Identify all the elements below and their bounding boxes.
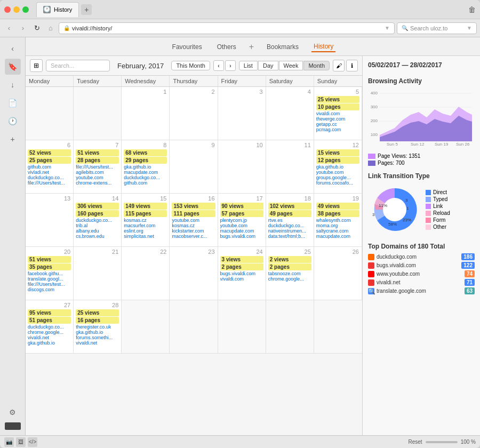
domain-row-duckduckgo[interactable]: duckduckgo.com 186: [368, 253, 475, 260]
tab-navigation: Favourites Others + Bookmarks History: [26, 37, 480, 56]
cal-day-26[interactable]: 26: [314, 247, 362, 300]
cal-day-8[interactable]: 8 68 views 29 pages gka.github.io macupd…: [122, 140, 170, 194]
domain-count-translate: 63: [465, 287, 475, 294]
view-week-button[interactable]: Week: [279, 61, 303, 70]
cal-day-16[interactable]: 16 153 views 111 pages youtube.com kosma…: [170, 194, 218, 247]
legend-direct: Direct: [426, 189, 450, 195]
cal-day-2[interactable]: 2: [170, 87, 218, 140]
legend-other: Other: [426, 224, 450, 230]
cal-day-20[interactable]: 20 51 views 35 pages facebook.githu... t…: [26, 247, 74, 300]
sidebar-icon-add[interactable]: +: [5, 131, 21, 147]
cal-day-27[interactable]: 27 95 views 51 pages duckduckgo.co... ch…: [26, 300, 74, 354]
cal-day-18[interactable]: 18 102 views 49 pages rtve.es duckduckgo…: [266, 194, 314, 247]
sidebar-icon-back[interactable]: ‹: [5, 41, 21, 57]
sidebar-icon-notes[interactable]: 📄: [5, 95, 21, 111]
tab-nav-bookmarks[interactable]: Bookmarks: [265, 42, 301, 52]
view-month-button[interactable]: Month: [303, 61, 330, 70]
cal-day-empty: [266, 300, 314, 354]
domain-icon-vivaldi-bugs: [368, 262, 374, 269]
calendar-section: ⊞ Search... February, 2017 This Month ‹ …: [26, 56, 363, 435]
sidebar-icon-download[interactable]: ↓: [5, 77, 21, 93]
domain-name-translate: translate.google.com: [377, 288, 462, 294]
cal-day-5[interactable]: 5 25 views 10 pages vivaldi.com theverge…: [314, 87, 362, 140]
cal-day-17[interactable]: 17 90 views 57 pages plentycom.jp youtub…: [218, 194, 266, 247]
new-tab-button[interactable]: +: [81, 4, 92, 15]
minimize-button[interactable]: [13, 6, 20, 13]
legend-link-color: [426, 204, 431, 209]
cal-day-9[interactable]: 9: [170, 140, 218, 194]
svg-text:23%: 23%: [403, 218, 411, 222]
dow-sunday: Sunday: [314, 76, 362, 86]
cal-day-22[interactable]: 22: [122, 247, 170, 300]
bottom-icon-image[interactable]: 🖼: [16, 437, 26, 447]
cal-day-28[interactable]: 28 25 views 16 pages theregister.co.uk g…: [74, 300, 122, 354]
view-day-button[interactable]: Day: [258, 61, 278, 70]
zoom-slider[interactable]: [426, 441, 458, 443]
top-domains-section: Top Domains of 180 Total duckduckgo.com …: [368, 243, 475, 294]
donut-chart-container: 11% 3 1 23% 58% 3 Direct: [368, 183, 475, 236]
cal-day-25[interactable]: 25 2 views 2 pages tabsnooze.com chrome.…: [266, 247, 314, 300]
domain-row-vivaldiNet[interactable]: vivaldi.net 71: [368, 279, 475, 286]
back-button[interactable]: ‹: [3, 22, 15, 34]
domain-row-youtube[interactable]: www.youtube.com 74: [368, 270, 475, 277]
sidebar-icon-settings[interactable]: ⚙: [5, 404, 21, 420]
cal-day-4[interactable]: 4: [266, 87, 314, 140]
trash-icon[interactable]: 🗑: [468, 5, 476, 14]
cal-day-11[interactable]: 11: [266, 140, 314, 194]
sidebar-icon-bookmark[interactable]: 🔖: [5, 59, 21, 75]
cal-day-13[interactable]: 13: [26, 194, 74, 247]
reset-button[interactable]: Reset: [409, 439, 422, 445]
close-button[interactable]: [4, 6, 11, 13]
calendar-next-button[interactable]: ›: [225, 60, 236, 71]
cal-day-6[interactable]: 6 52 views 25 pages github.com vivladi.n…: [26, 140, 74, 194]
address-bar[interactable]: 🔒 vivaldi://history/ ▼: [59, 22, 395, 34]
calendar-grid: Monday Tuesday Wednesday Thursday Friday…: [26, 76, 362, 435]
domain-icon-youtube: [368, 271, 374, 277]
browsing-activity-chart: 400 300 200 100: [368, 88, 475, 152]
legend-direct-label: Direct: [433, 189, 447, 195]
search-bar[interactable]: 🔍 Search uloz.to ▼: [397, 22, 477, 34]
cal-day-24[interactable]: 24 3 views 2 pages bugs.vivaldi.com viva…: [218, 247, 266, 300]
calendar-search[interactable]: Search...: [46, 60, 110, 71]
legend-other-color: [426, 225, 431, 230]
domain-icon-translate: 🔍: [368, 288, 374, 294]
top-domains-title: Top Domains of 180 Total: [368, 243, 475, 250]
cal-day-23[interactable]: 23: [170, 247, 218, 300]
tab-nav-others[interactable]: Others: [215, 42, 238, 52]
dow-friday: Friday: [218, 76, 266, 86]
forward-button[interactable]: ›: [17, 22, 29, 34]
maximize-button[interactable]: [22, 6, 29, 13]
calendar-prev-button[interactable]: ‹: [213, 60, 224, 71]
cal-day-3[interactable]: 3: [218, 87, 266, 140]
link-transition-title: Link Transition Type: [368, 172, 475, 180]
calendar-grid-button[interactable]: ⊞: [30, 59, 43, 72]
this-month-button[interactable]: This Month: [171, 61, 210, 70]
tab-nav-plus[interactable]: +: [249, 42, 254, 52]
browser-tab[interactable]: 🕐 History: [36, 2, 79, 17]
view-list-button[interactable]: List: [239, 61, 258, 70]
cal-day-10[interactable]: 10: [218, 140, 266, 194]
cal-day-19[interactable]: 19 49 views 38 pages whalesynth.com moma…: [314, 194, 362, 247]
home-button[interactable]: ⌂: [45, 22, 57, 34]
domain-row-vivaldi[interactable]: bugs.vivaldi.com 122: [368, 262, 475, 269]
cal-day-14[interactable]: 14 306 views 160 pages duckduckgo.co... …: [74, 194, 122, 247]
svg-text:Sun 12: Sun 12: [411, 142, 425, 147]
bottom-icon-code[interactable]: </>: [28, 437, 37, 447]
domain-count-youtube: 74: [465, 270, 475, 277]
bottom-icon-camera[interactable]: 📷: [4, 437, 14, 447]
reload-button[interactable]: ↻: [31, 22, 43, 34]
calendar-info-button[interactable]: ℹ: [346, 60, 358, 71]
cal-day-1[interactable]: 1: [122, 87, 170, 140]
sidebar-icon-history[interactable]: 🕐: [5, 113, 21, 129]
cal-day-7[interactable]: 7 51 views 28 pages file:///Users/test..…: [74, 140, 122, 194]
tab-nav-favourites[interactable]: Favourites: [170, 42, 204, 52]
tab-nav-history[interactable]: History: [311, 42, 335, 52]
cal-day-12[interactable]: 12 15 views 12 pages gka.github.io youtu…: [314, 140, 362, 194]
calendar-title: February, 2017: [113, 62, 168, 70]
cal-day-21[interactable]: 21: [74, 247, 122, 300]
legend-direct-color: [426, 190, 431, 195]
domain-row-translate[interactable]: 🔍 translate.google.com 63: [368, 287, 475, 294]
calendar-paint-button[interactable]: 🖌: [333, 60, 345, 71]
legend-other-label: Other: [433, 224, 446, 230]
cal-day-15[interactable]: 15 149 views 115 pages kosmas.cz macsurf…: [122, 194, 170, 247]
